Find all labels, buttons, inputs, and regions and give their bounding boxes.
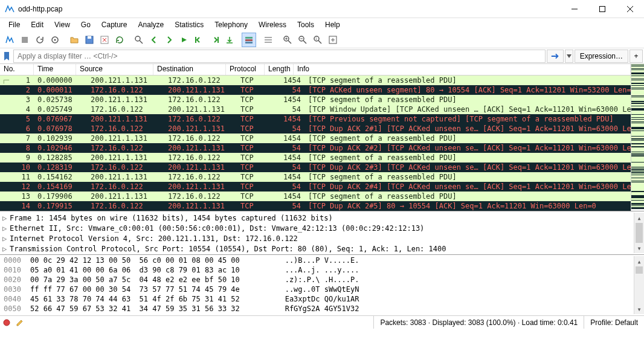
detail-line[interactable]: ▷Transmission Control Protocol, Src Port… xyxy=(0,243,634,254)
menu-view[interactable]: View xyxy=(50,19,75,30)
save-file-icon[interactable] xyxy=(82,33,97,47)
packet-details-pane[interactable]: ▷Frame 1: 1454 bytes on wire (11632 bits… xyxy=(0,211,644,255)
hex-line[interactable]: 005052 66 47 59 67 53 32 41 34 47 59 35 … xyxy=(0,304,634,314)
packet-row[interactable]: 140.179915172.16.0.122200.121.1.131TCP54… xyxy=(0,201,631,211)
hex-line[interactable]: 000000 0c 29 42 12 13 00 50 56 c0 00 01 … xyxy=(0,256,634,266)
packet-bytes-pane[interactable]: 000000 0c 29 42 12 13 00 50 56 c0 00 01 … xyxy=(0,255,644,315)
svg-point-6 xyxy=(54,39,56,40)
packet-row[interactable]: 50.076967200.121.1.131172.16.0.122TCP145… xyxy=(0,114,631,124)
menu-help[interactable]: Help xyxy=(320,19,345,30)
svg-rect-19 xyxy=(245,42,253,43)
menu-capture[interactable]: Capture xyxy=(97,19,132,30)
zoom-out-icon[interactable] xyxy=(295,33,310,47)
col-no[interactable]: No. xyxy=(0,64,34,75)
maximize-button[interactable] xyxy=(588,0,616,18)
edit-capture-comment-icon[interactable] xyxy=(13,317,27,329)
menu-edit[interactable]: Edit xyxy=(26,19,48,30)
menu-wireless[interactable]: Wireless xyxy=(254,19,291,30)
svg-line-13 xyxy=(140,40,143,43)
close-file-icon[interactable] xyxy=(97,33,112,47)
details-scrollbar[interactable]: ▴▾ xyxy=(634,213,644,253)
packet-list-pane: No. Time Source Destination Protocol Len… xyxy=(0,64,644,211)
packet-row[interactable]: 80.102946172.16.0.122200.121.1.131TCP54[… xyxy=(0,143,631,153)
hex-line[interactable]: 001005 a0 01 41 00 00 6a 06 d3 90 c8 79 … xyxy=(0,266,634,275)
title-bar: odd-http.pcap xyxy=(0,0,644,18)
apply-filter-button[interactable] xyxy=(547,50,564,63)
packet-row[interactable]: 20.000011172.16.0.122200.121.1.131TCP54[… xyxy=(0,85,631,95)
detail-line[interactable]: ▷Ethernet II, Src: Vmware_c0:00:01 (00:5… xyxy=(0,223,634,233)
packet-row[interactable]: 110.154162200.121.1.131172.16.0.122TCP14… xyxy=(0,172,631,182)
svg-line-24 xyxy=(288,40,291,43)
menu-bar: FileEditViewGoCaptureAnalyzeStatisticsTe… xyxy=(0,18,644,31)
col-protocol[interactable]: Protocol xyxy=(226,64,265,75)
packet-row[interactable]: 130.179906200.121.1.131172.16.0.122TCP14… xyxy=(0,192,631,201)
svg-line-28 xyxy=(303,40,306,43)
open-file-icon[interactable] xyxy=(67,33,82,47)
svg-line-31 xyxy=(318,40,321,43)
detail-line[interactable]: ▷Frame 1: 1454 bytes on wire (11632 bits… xyxy=(0,213,634,223)
find-packet-icon[interactable] xyxy=(132,33,146,47)
close-button[interactable] xyxy=(616,0,644,18)
col-time[interactable]: Time xyxy=(34,64,76,75)
auto-scroll-icon[interactable] xyxy=(222,33,237,47)
packet-list-header[interactable]: No. Time Source Destination Protocol Len… xyxy=(0,64,631,76)
reload-icon[interactable] xyxy=(112,33,127,47)
minimize-button[interactable] xyxy=(561,0,588,18)
zoom-in-icon[interactable] xyxy=(280,33,295,47)
menu-statistics[interactable]: Statistics xyxy=(170,19,208,30)
filter-history-button[interactable] xyxy=(565,50,573,63)
go-first-icon[interactable] xyxy=(192,33,207,47)
svg-rect-4 xyxy=(22,37,28,43)
hex-line[interactable]: 002000 7a 29 3a 00 50 a7 5c 04 48 e2 e2 … xyxy=(0,275,634,285)
status-profile[interactable]: Profile: Default xyxy=(584,316,644,329)
packet-row[interactable]: 30.025738200.121.1.131172.16.0.122TCP145… xyxy=(0,95,631,105)
col-info[interactable]: Info xyxy=(294,64,631,75)
svg-rect-1 xyxy=(600,6,605,11)
filter-bar: Expression… + xyxy=(0,48,644,64)
svg-point-34 xyxy=(4,320,10,326)
expert-info-icon[interactable] xyxy=(0,317,13,329)
resize-columns-icon[interactable] xyxy=(261,33,275,47)
svg-rect-18 xyxy=(245,39,253,41)
col-source[interactable]: Source xyxy=(76,64,153,75)
zoom-reset-icon[interactable]: 1 xyxy=(311,33,325,47)
window-title: odd-http.pcap xyxy=(18,5,561,13)
resize-all-icon[interactable] xyxy=(326,33,340,47)
menu-go[interactable]: Go xyxy=(76,19,95,30)
go-to-packet-icon[interactable] xyxy=(177,33,192,47)
packet-row[interactable]: 100.128319172.16.0.122200.121.1.131TCP54… xyxy=(0,163,631,172)
bookmark-icon[interactable] xyxy=(1,50,12,63)
packet-row[interactable]: 120.154169172.16.0.122200.121.1.131TCP54… xyxy=(0,182,631,192)
menu-tools[interactable]: Tools xyxy=(292,19,319,30)
col-length[interactable]: Length xyxy=(265,64,294,75)
bytes-scrollbar[interactable]: ▴▾ xyxy=(634,256,644,314)
menu-file[interactable]: File xyxy=(4,19,25,30)
packet-row[interactable]: 40.025749172.16.0.122200.121.1.131TCP54[… xyxy=(0,105,631,114)
go-last-icon[interactable] xyxy=(207,33,222,47)
main-toolbar: 1 xyxy=(0,31,644,48)
menu-analyze[interactable]: Analyze xyxy=(134,19,169,30)
status-packets: Packets: 3083 · Displayed: 3083 (100.0%)… xyxy=(373,316,584,329)
detail-line[interactable]: ▷Internet Protocol Version 4, Src: 200.1… xyxy=(0,233,634,243)
menu-telephony[interactable]: Telephony xyxy=(210,19,253,30)
capture-options-icon[interactable] xyxy=(48,33,62,47)
go-forward-icon[interactable] xyxy=(162,33,176,47)
start-capture-icon[interactable] xyxy=(2,33,17,47)
app-icon xyxy=(5,4,14,14)
packet-row[interactable]: 70.102939200.121.1.131172.16.0.122TCP145… xyxy=(0,134,631,143)
expression-button[interactable]: Expression… xyxy=(575,50,628,63)
colorize-icon[interactable] xyxy=(242,33,256,47)
restart-capture-icon[interactable] xyxy=(33,33,47,47)
hex-line[interactable]: 004045 61 33 78 70 74 44 63 51 4f 2f 6b … xyxy=(0,295,634,304)
packet-row[interactable]: 60.076978172.16.0.122200.121.1.131TCP54[… xyxy=(0,124,631,134)
col-destination[interactable]: Destination xyxy=(153,64,226,75)
hex-line[interactable]: 0030ff ff 77 67 00 00 30 54 73 57 77 51 … xyxy=(0,285,634,295)
packet-row[interactable]: 90.128285200.121.1.131172.16.0.122TCP145… xyxy=(0,153,631,163)
display-filter-input[interactable] xyxy=(13,50,546,63)
packet-minimap[interactable] xyxy=(631,64,644,211)
packet-row[interactable]: ┌─10.000000200.121.1.131172.16.0.122TCP1… xyxy=(0,76,631,85)
svg-text:1: 1 xyxy=(315,37,317,40)
stop-capture-icon[interactable] xyxy=(18,33,32,47)
go-back-icon[interactable] xyxy=(147,33,161,47)
add-filter-button[interactable]: + xyxy=(630,50,643,63)
